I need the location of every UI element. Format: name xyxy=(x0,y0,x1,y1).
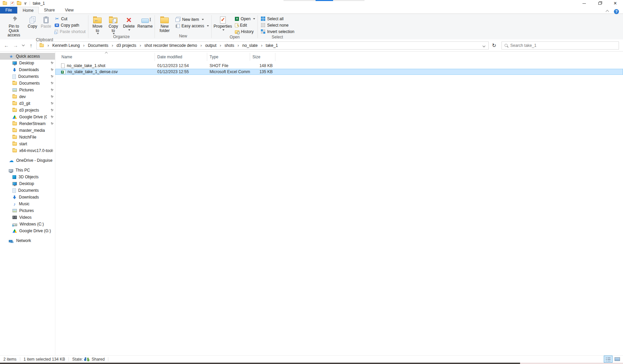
file-rows: no_slate_take_1.shot 01/12/2023 12:54 SH… xyxy=(55,63,623,75)
chevron-right-icon[interactable] xyxy=(219,43,222,48)
paste-button[interactable]: Paste xyxy=(39,14,53,29)
file-type: SHOT File xyxy=(207,63,250,68)
sidebar-item-renderstream-projects[interactable]: RenderStream Projects xyxy=(0,120,55,127)
sidebar-item-documents-pc[interactable]: Documents xyxy=(0,187,55,194)
navigation-pane: Quick access Desktop Downloads Documents… xyxy=(0,52,55,355)
collapse-ribbon-icon[interactable] xyxy=(606,10,609,13)
address-bar[interactable]: Kenneth Leung Documents d3 projects shot… xyxy=(36,41,489,50)
address-history-dropdown[interactable] xyxy=(483,43,486,48)
sidebar-item-x64-toolset[interactable]: x64-msvc17.0-toolset143- xyxy=(0,147,55,154)
sidebar-item-dev[interactable]: dev xyxy=(0,93,55,100)
copy-to-button[interactable]: Copy to xyxy=(106,14,121,34)
sidebar-item-videos[interactable]: Videos xyxy=(0,214,55,221)
breadcrumb-item[interactable]: Kenneth Leung xyxy=(51,43,81,48)
select-all-button[interactable]: Select all xyxy=(260,16,296,22)
large-icons-view-button[interactable] xyxy=(613,356,621,362)
copy-button[interactable]: Copy xyxy=(26,14,39,29)
breadcrumb-item[interactable]: output xyxy=(204,43,218,48)
sidebar-item-quick-access[interactable]: Quick access xyxy=(0,53,55,60)
help-icon[interactable] xyxy=(614,9,619,14)
tab-view[interactable]: View xyxy=(60,7,79,13)
column-header-name[interactable]: Name xyxy=(55,53,155,61)
sidebar-item-downloads[interactable]: Downloads xyxy=(0,66,55,73)
sidebar-item-google-drive[interactable]: Google Drive (G:) xyxy=(0,114,55,120)
copy-path-button[interactable]: Copy path xyxy=(53,22,87,28)
column-header-date-modified[interactable]: Date modified xyxy=(155,53,207,61)
properties-icon xyxy=(220,17,226,24)
sidebar-item-this-pc[interactable]: This PC xyxy=(0,167,55,174)
breadcrumb-item[interactable]: take_1 xyxy=(264,43,279,48)
pin-to-quick-access-button[interactable]: Pin to Quick access xyxy=(2,14,26,37)
sidebar-item-music[interactable]: Music xyxy=(0,201,55,207)
breadcrumb-item[interactable]: d3 projects xyxy=(115,43,138,48)
chevron-right-icon[interactable] xyxy=(82,43,85,48)
open-button[interactable]: Open xyxy=(234,16,256,22)
selection-summary: 1 item selected 134 KB xyxy=(24,357,65,362)
sidebar-item-3d-objects[interactable]: 3D Objects xyxy=(0,174,55,180)
paste-shortcut-button[interactable]: Paste shortcut xyxy=(53,28,87,35)
easy-access-button[interactable]: Easy access xyxy=(174,23,210,29)
details-view-icon xyxy=(606,357,611,361)
new-item-icon xyxy=(175,18,180,22)
properties-qat-icon[interactable] xyxy=(10,2,14,5)
sidebar-item-onedrive[interactable]: OneDrive - Disguise System xyxy=(0,157,55,164)
breadcrumb-item[interactable]: no_slate xyxy=(241,43,259,48)
chevron-down-icon xyxy=(22,43,25,46)
rename-label: Rename xyxy=(137,24,153,29)
onedrive-cloud-icon xyxy=(9,158,14,163)
breadcrumb-item[interactable]: Documents xyxy=(86,43,110,48)
chevron-right-icon[interactable] xyxy=(260,43,263,48)
sidebar-item-pictures[interactable]: Pictures xyxy=(0,87,55,93)
sidebar-item-network[interactable]: Network xyxy=(0,237,55,244)
chevron-right-icon[interactable] xyxy=(139,43,142,48)
close-button[interactable] xyxy=(607,0,623,7)
search-input[interactable] xyxy=(510,43,616,48)
details-view-button[interactable] xyxy=(604,356,612,362)
minimize-button[interactable] xyxy=(576,0,592,7)
invert-selection-button[interactable]: Invert selection xyxy=(260,28,296,35)
sidebar-item-start[interactable]: start xyxy=(0,141,55,147)
sidebar-item-master-media[interactable]: master_media xyxy=(0,127,55,134)
edit-button[interactable]: Edit xyxy=(234,22,256,28)
chevron-right-icon[interactable] xyxy=(199,43,203,48)
delete-button[interactable]: Delete xyxy=(121,14,137,31)
chevron-right-icon[interactable] xyxy=(111,43,114,48)
refresh-button[interactable] xyxy=(490,42,498,49)
folder-qat-icon[interactable] xyxy=(17,2,21,5)
pin-icon xyxy=(49,61,53,65)
new-item-button[interactable]: New item xyxy=(174,16,210,23)
breadcrumb-item[interactable]: shots xyxy=(223,43,236,48)
rename-button[interactable]: Rename xyxy=(137,14,154,29)
sidebar-item-d3-projects[interactable]: d3 projects xyxy=(0,107,55,114)
column-header-size[interactable]: Size xyxy=(250,53,275,61)
tab-share[interactable]: Share xyxy=(39,7,60,13)
sidebar-item-label: Google Drive (G:) xyxy=(19,229,53,233)
select-none-button[interactable]: Select none xyxy=(260,22,296,28)
customize-qat-dropdown-icon[interactable] xyxy=(24,2,27,5)
sidebar-item-notchfile[interactable]: NotchFile xyxy=(0,134,55,141)
sidebar-item-d3-git[interactable]: d3_git xyxy=(0,100,55,107)
sidebar-item-label: Videos xyxy=(19,215,53,220)
file-row-csv-selected[interactable]: no_slate_take_1_dense.csv 01/12/2023 12:… xyxy=(55,69,623,75)
chevron-right-icon[interactable] xyxy=(237,43,240,48)
sidebar-item-desktop[interactable]: Desktop xyxy=(0,60,55,66)
history-button[interactable]: History xyxy=(234,28,256,35)
sidebar-item-documents[interactable]: Documents xyxy=(0,73,55,80)
folder-icon xyxy=(12,102,17,105)
sidebar-item-desktop-pc[interactable]: Desktop xyxy=(0,180,55,187)
move-to-button[interactable]: Move to xyxy=(89,14,106,34)
sidebar-item-documents-folder[interactable]: Documents xyxy=(0,80,55,87)
properties-button[interactable]: Properties xyxy=(213,14,233,31)
tab-file[interactable]: File xyxy=(0,7,17,13)
sidebar-item-windows-c[interactable]: Windows (C:) xyxy=(0,221,55,228)
sidebar-item-pictures-pc[interactable]: Pictures xyxy=(0,207,55,214)
file-row-shot[interactable]: no_slate_take_1.shot 01/12/2023 12:54 SH… xyxy=(55,63,623,69)
column-header-type[interactable]: Type xyxy=(207,53,250,61)
breadcrumb-item[interactable]: shot recorder timecode demo xyxy=(143,43,199,48)
sidebar-item-downloads-pc[interactable]: Downloads xyxy=(0,194,55,201)
new-folder-button[interactable]: New folder xyxy=(156,14,173,33)
restore-button[interactable] xyxy=(592,0,607,7)
tab-home[interactable]: Home xyxy=(17,7,39,14)
sidebar-item-google-drive-pc[interactable]: Google Drive (G:) xyxy=(0,228,55,234)
cut-button[interactable]: Cut xyxy=(53,16,87,22)
